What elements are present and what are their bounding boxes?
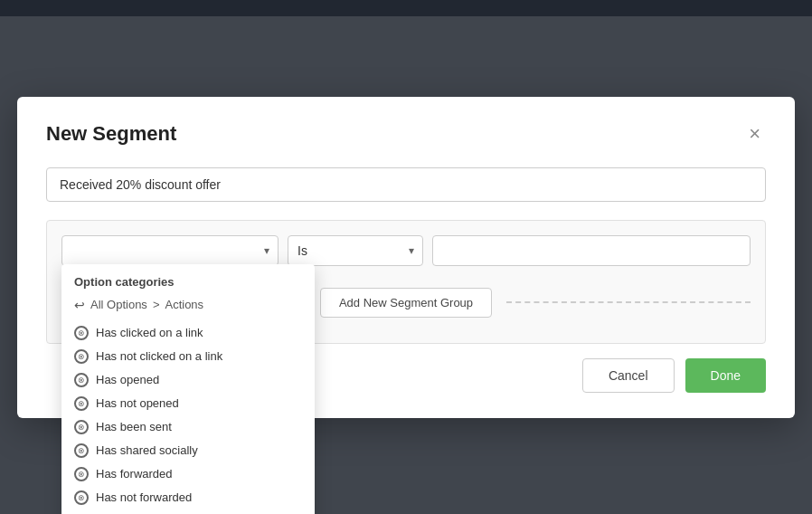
list-item[interactable]: ⊗ Has replied — [61, 509, 315, 515]
condition-select-wrapper: ▾ Option categories ↩ All Options > Acti… — [61, 235, 279, 266]
back-arrow-icon: ↩ — [74, 298, 85, 312]
dropdown-back-separator: > — [153, 298, 160, 311]
option-icon-6: ⊗ — [74, 467, 89, 481]
option-icon-7: ⊗ — [74, 490, 89, 505]
segment-body: ▾ Option categories ↩ All Options > Acti… — [46, 220, 766, 344]
dropdown-item-label-5: Has shared socially — [96, 443, 198, 457]
modal-header: New Segment × — [46, 122, 766, 146]
option-icon-0: ⊗ — [74, 326, 89, 340]
is-select-wrapper: Is Is not ▾ — [288, 235, 423, 266]
done-button[interactable]: Done — [685, 358, 766, 393]
dropdown-item-label-7: Has not forwarded — [96, 490, 192, 504]
dropdown-item-label-1: Has not clicked on a link — [96, 349, 222, 363]
condition-value-input[interactable] — [432, 235, 751, 266]
dropdown-category-header: Option categories — [61, 264, 315, 294]
option-icon-2: ⊗ — [74, 373, 89, 387]
dropdown-back-label: All Options — [90, 298, 147, 311]
list-item[interactable]: ⊗ Has not clicked on a link — [61, 345, 315, 368]
dropdown-item-label-6: Has forwarded — [96, 467, 173, 481]
list-item[interactable]: ⊗ Has clicked on a link — [61, 321, 315, 345]
condition-dropdown-menu: Option categories ↩ All Options > Action… — [61, 264, 315, 515]
condition-select[interactable] — [61, 235, 279, 266]
is-select[interactable]: Is Is not — [288, 235, 423, 266]
option-icon-1: ⊗ — [74, 349, 89, 364]
close-button[interactable]: × — [743, 122, 766, 146]
list-item[interactable]: ⊗ Has shared socially — [61, 439, 315, 462]
dropdown-item-label-3: Has not opened — [96, 396, 179, 410]
list-item[interactable]: ⊗ Has not opened — [61, 392, 315, 415]
add-group-line-right — [506, 301, 751, 303]
list-item[interactable]: ⊗ Has forwarded — [61, 462, 315, 486]
list-item[interactable]: ⊗ Has been sent — [61, 415, 315, 439]
dropdown-item-label-2: Has opened — [96, 373, 159, 386]
modal-title: New Segment — [46, 122, 176, 146]
dropdown-item-label-0: Has clicked on a link — [96, 326, 203, 339]
option-icon-5: ⊗ — [74, 443, 89, 458]
dropdown-item-label-4: Has been sent — [96, 420, 172, 433]
condition-row: ▾ Option categories ↩ All Options > Acti… — [61, 235, 751, 266]
add-new-segment-group-button[interactable]: Add New Segment Group — [320, 288, 492, 318]
cancel-button[interactable]: Cancel — [582, 358, 675, 393]
option-icon-3: ⊗ — [74, 396, 89, 411]
dropdown-back-section: Actions — [165, 298, 203, 311]
dropdown-back-link[interactable]: ↩ All Options > Actions — [61, 294, 315, 321]
option-icon-4: ⊗ — [74, 420, 89, 434]
list-item[interactable]: ⊗ Has not forwarded — [61, 486, 315, 509]
list-item[interactable]: ⊗ Has opened — [61, 368, 315, 392]
segment-name-input[interactable] — [46, 167, 766, 202]
new-segment-modal: New Segment × ▾ Option categories ↩ All — [17, 97, 795, 418]
